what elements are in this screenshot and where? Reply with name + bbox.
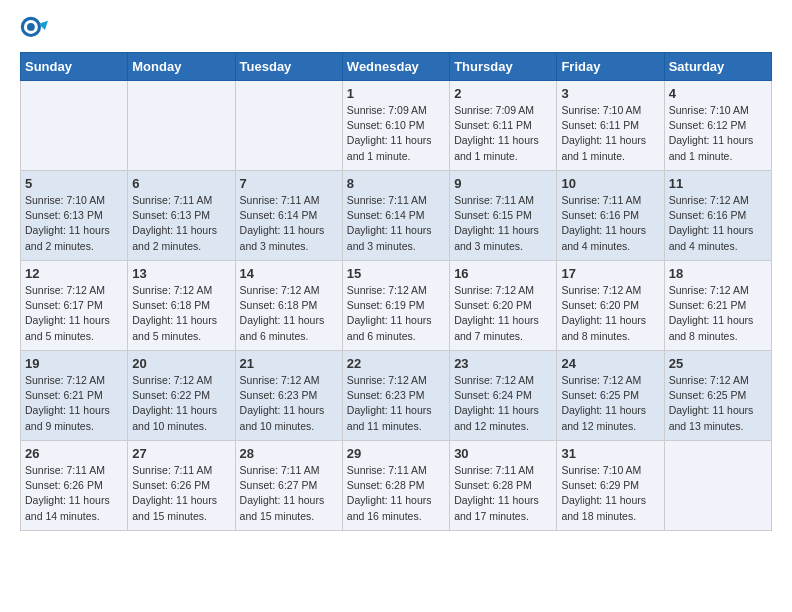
day-number: 19 (25, 356, 123, 371)
cell-content: Sunrise: 7:11 AM Sunset: 6:27 PM Dayligh… (240, 463, 338, 524)
cell-content: Sunrise: 7:12 AM Sunset: 6:19 PM Dayligh… (347, 283, 445, 344)
calendar-cell: 21 Sunrise: 7:12 AM Sunset: 6:23 PM Dayl… (235, 351, 342, 441)
cell-content: Sunrise: 7:12 AM Sunset: 6:25 PM Dayligh… (669, 373, 767, 434)
calendar-cell: 30 Sunrise: 7:11 AM Sunset: 6:28 PM Dayl… (450, 441, 557, 531)
sunrise: Sunrise: 7:12 AM (132, 374, 212, 386)
day-number: 29 (347, 446, 445, 461)
week-row-1: 1 Sunrise: 7:09 AM Sunset: 6:10 PM Dayli… (21, 81, 772, 171)
day-number: 3 (561, 86, 659, 101)
calendar-cell: 14 Sunrise: 7:12 AM Sunset: 6:18 PM Dayl… (235, 261, 342, 351)
day-number: 7 (240, 176, 338, 191)
calendar-cell: 20 Sunrise: 7:12 AM Sunset: 6:22 PM Dayl… (128, 351, 235, 441)
day-number: 27 (132, 446, 230, 461)
cell-content: Sunrise: 7:11 AM Sunset: 6:26 PM Dayligh… (25, 463, 123, 524)
cell-content: Sunrise: 7:11 AM Sunset: 6:26 PM Dayligh… (132, 463, 230, 524)
cell-content: Sunrise: 7:12 AM Sunset: 6:24 PM Dayligh… (454, 373, 552, 434)
sunset: Sunset: 6:11 PM (561, 119, 639, 131)
day-number: 14 (240, 266, 338, 281)
day-number: 28 (240, 446, 338, 461)
daylight: Daylight: 11 hours and 10 minutes. (132, 404, 217, 431)
cell-content: Sunrise: 7:10 AM Sunset: 6:13 PM Dayligh… (25, 193, 123, 254)
sunrise: Sunrise: 7:12 AM (561, 284, 641, 296)
sunrise: Sunrise: 7:10 AM (25, 194, 105, 206)
sunset: Sunset: 6:11 PM (454, 119, 532, 131)
sunset: Sunset: 6:28 PM (454, 479, 532, 491)
day-number: 18 (669, 266, 767, 281)
cell-content: Sunrise: 7:12 AM Sunset: 6:18 PM Dayligh… (132, 283, 230, 344)
sunrise: Sunrise: 7:10 AM (669, 104, 749, 116)
cell-content: Sunrise: 7:11 AM Sunset: 6:14 PM Dayligh… (347, 193, 445, 254)
sunrise: Sunrise: 7:12 AM (454, 374, 534, 386)
day-number: 1 (347, 86, 445, 101)
cell-content: Sunrise: 7:12 AM Sunset: 6:25 PM Dayligh… (561, 373, 659, 434)
daylight: Daylight: 11 hours and 3 minutes. (240, 224, 325, 251)
sunset: Sunset: 6:18 PM (240, 299, 318, 311)
cell-content: Sunrise: 7:12 AM Sunset: 6:21 PM Dayligh… (25, 373, 123, 434)
daylight: Daylight: 11 hours and 8 minutes. (561, 314, 646, 341)
calendar-cell: 26 Sunrise: 7:11 AM Sunset: 6:26 PM Dayl… (21, 441, 128, 531)
calendar-cell: 18 Sunrise: 7:12 AM Sunset: 6:21 PM Dayl… (664, 261, 771, 351)
daylight: Daylight: 11 hours and 11 minutes. (347, 404, 432, 431)
sunrise: Sunrise: 7:10 AM (561, 104, 641, 116)
day-number: 30 (454, 446, 552, 461)
day-number: 13 (132, 266, 230, 281)
sunset: Sunset: 6:15 PM (454, 209, 532, 221)
header-tuesday: Tuesday (235, 53, 342, 81)
sunrise: Sunrise: 7:12 AM (347, 284, 427, 296)
day-number: 21 (240, 356, 338, 371)
calendar-cell: 12 Sunrise: 7:12 AM Sunset: 6:17 PM Dayl… (21, 261, 128, 351)
sunset: Sunset: 6:12 PM (669, 119, 747, 131)
sunrise: Sunrise: 7:12 AM (561, 374, 641, 386)
week-row-2: 5 Sunrise: 7:10 AM Sunset: 6:13 PM Dayli… (21, 171, 772, 261)
sunrise: Sunrise: 7:11 AM (347, 464, 427, 476)
header-wednesday: Wednesday (342, 53, 449, 81)
sunrise: Sunrise: 7:09 AM (347, 104, 427, 116)
day-number: 12 (25, 266, 123, 281)
sunset: Sunset: 6:23 PM (240, 389, 318, 401)
sunrise: Sunrise: 7:12 AM (240, 374, 320, 386)
daylight: Daylight: 11 hours and 5 minutes. (25, 314, 110, 341)
cell-content: Sunrise: 7:11 AM Sunset: 6:28 PM Dayligh… (347, 463, 445, 524)
sunrise: Sunrise: 7:11 AM (454, 194, 534, 206)
header-monday: Monday (128, 53, 235, 81)
day-number: 11 (669, 176, 767, 191)
week-row-4: 19 Sunrise: 7:12 AM Sunset: 6:21 PM Dayl… (21, 351, 772, 441)
daylight: Daylight: 11 hours and 18 minutes. (561, 494, 646, 521)
cell-content: Sunrise: 7:12 AM Sunset: 6:16 PM Dayligh… (669, 193, 767, 254)
sunset: Sunset: 6:25 PM (669, 389, 747, 401)
week-row-3: 12 Sunrise: 7:12 AM Sunset: 6:17 PM Dayl… (21, 261, 772, 351)
sunset: Sunset: 6:16 PM (561, 209, 639, 221)
cell-content: Sunrise: 7:11 AM Sunset: 6:13 PM Dayligh… (132, 193, 230, 254)
sunset: Sunset: 6:22 PM (132, 389, 210, 401)
day-number: 5 (25, 176, 123, 191)
day-number: 4 (669, 86, 767, 101)
daylight: Daylight: 11 hours and 12 minutes. (454, 404, 539, 431)
sunset: Sunset: 6:14 PM (240, 209, 318, 221)
day-number: 6 (132, 176, 230, 191)
sunrise: Sunrise: 7:11 AM (240, 194, 320, 206)
sunset: Sunset: 6:18 PM (132, 299, 210, 311)
daylight: Daylight: 11 hours and 4 minutes. (669, 224, 754, 251)
sunrise: Sunrise: 7:12 AM (669, 194, 749, 206)
day-number: 17 (561, 266, 659, 281)
logo (20, 16, 52, 44)
calendar-cell: 15 Sunrise: 7:12 AM Sunset: 6:19 PM Dayl… (342, 261, 449, 351)
svg-point-2 (27, 23, 35, 31)
cell-content: Sunrise: 7:12 AM Sunset: 6:21 PM Dayligh… (669, 283, 767, 344)
daylight: Daylight: 11 hours and 13 minutes. (669, 404, 754, 431)
sunset: Sunset: 6:27 PM (240, 479, 318, 491)
sunset: Sunset: 6:13 PM (25, 209, 103, 221)
calendar-cell: 3 Sunrise: 7:10 AM Sunset: 6:11 PM Dayli… (557, 81, 664, 171)
sunrise: Sunrise: 7:11 AM (240, 464, 320, 476)
sunrise: Sunrise: 7:11 AM (25, 464, 105, 476)
day-number: 2 (454, 86, 552, 101)
calendar-cell: 25 Sunrise: 7:12 AM Sunset: 6:25 PM Dayl… (664, 351, 771, 441)
calendar-cell: 17 Sunrise: 7:12 AM Sunset: 6:20 PM Dayl… (557, 261, 664, 351)
sunset: Sunset: 6:19 PM (347, 299, 425, 311)
calendar-cell: 2 Sunrise: 7:09 AM Sunset: 6:11 PM Dayli… (450, 81, 557, 171)
calendar-cell: 22 Sunrise: 7:12 AM Sunset: 6:23 PM Dayl… (342, 351, 449, 441)
daylight: Daylight: 11 hours and 15 minutes. (240, 494, 325, 521)
sunrise: Sunrise: 7:12 AM (669, 284, 749, 296)
calendar-cell: 10 Sunrise: 7:11 AM Sunset: 6:16 PM Dayl… (557, 171, 664, 261)
cell-content: Sunrise: 7:12 AM Sunset: 6:23 PM Dayligh… (240, 373, 338, 434)
